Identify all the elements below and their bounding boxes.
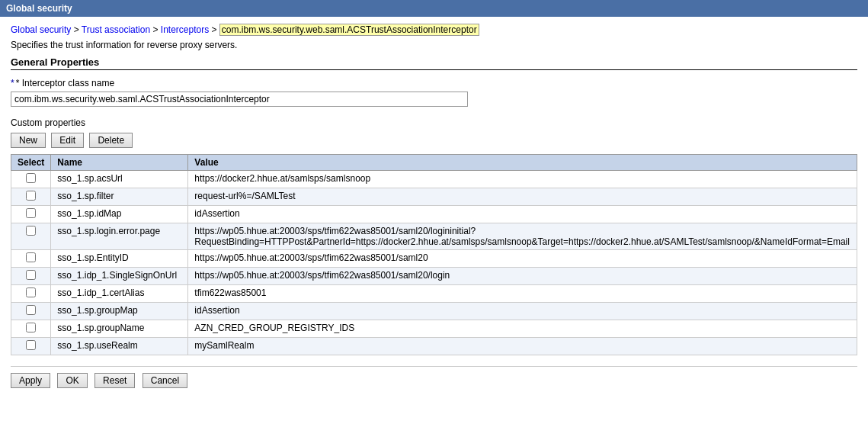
breadcrumb-interceptors[interactable]: Interceptors [161,24,209,35]
table-row: sso_1.sp.filterrequest-url%=/SAMLTest [11,188,857,206]
title-label: Global security [6,3,72,14]
row-checkbox[interactable] [26,191,36,201]
row-checkbox[interactable] [26,173,36,183]
custom-properties-label: Custom properties [11,117,857,128]
row-name-cell: sso_1.sp.acsUrl [51,171,188,188]
row-value-cell: idAssertion [188,303,857,320]
row-checkbox[interactable] [26,270,36,280]
row-select-cell [11,338,51,355]
row-select-cell [11,188,51,206]
row-select-cell [11,303,51,320]
row-checkbox[interactable] [26,252,36,262]
table-row: sso_1.sp.login.error.pagehttps://wp05.hh… [11,223,857,250]
row-name-cell: sso_1.sp.groupMap [51,303,188,320]
cancel-button[interactable]: Cancel [143,373,187,388]
edit-button[interactable]: Edit [51,133,84,148]
row-checkbox[interactable] [26,340,36,350]
breadcrumb-sep3: > [212,24,219,35]
delete-button[interactable]: Delete [89,133,133,148]
breadcrumb-sep1: > [74,24,82,35]
breadcrumb-sep2: > [152,24,160,35]
row-value-cell: mySamlRealm [188,338,857,355]
required-marker: * [11,78,14,88]
table-row: sso_1.idp_1.certAliastfim622was85001 [11,285,857,303]
row-value-cell: idAssertion [188,206,857,223]
col-header-name: Name [51,155,188,171]
bottom-buttons: Apply OK Reset Cancel [11,366,857,394]
row-value-cell: tfim622was85001 [188,285,857,303]
row-value-cell: https://wp05.hhue.at:20003/sps/tfim622wa… [188,250,857,268]
custom-props-button-group: New Edit Delete [11,133,857,148]
row-select-cell [11,171,51,188]
row-select-cell [11,285,51,303]
table-row: sso_1.idp_1.SingleSignOnUrlhttps://wp05.… [11,268,857,285]
row-name-cell: sso_1.sp.filter [51,188,188,206]
breadcrumb-trust-association[interactable]: Trust association [82,24,150,35]
new-button[interactable]: New [11,133,46,148]
row-select-cell [11,320,51,338]
row-value-cell: request-url%=/SAMLTest [188,188,857,206]
row-name-cell: sso_1.sp.idMap [51,206,188,223]
table-row: sso_1.sp.groupMapidAssertion [11,303,857,320]
row-checkbox[interactable] [26,287,36,297]
general-properties-header: General Properties [11,56,857,70]
breadcrumb: Global security > Trust association > In… [11,24,857,35]
row-select-cell [11,268,51,285]
col-header-select: Select [11,155,51,171]
breadcrumb-global-security[interactable]: Global security [11,24,71,35]
apply-button[interactable]: Apply [11,373,50,388]
interceptor-class-input[interactable] [11,92,468,107]
table-row: sso_1.sp.acsUrlhttps://docker2.hhue.at/s… [11,171,857,188]
row-value-cell: https://wp05.hhue.at:20003/sps/tfim622wa… [188,223,857,250]
row-name-cell: sso_1.sp.login.error.page [51,223,188,250]
row-value-cell: https://docker2.hhue.at/samlsps/samlsnoo… [188,171,857,188]
title-bar: Global security [0,0,868,17]
main-content: Global security > Trust association > In… [0,17,868,402]
interceptor-field-label: ** Interceptor class name [11,78,857,88]
row-name-cell: sso_1.sp.groupName [51,320,188,338]
col-header-value: Value [188,155,857,171]
breadcrumb-current: com.ibm.ws.security.web.saml.ACSTrustAss… [219,24,479,36]
props-table-body: sso_1.sp.acsUrlhttps://docker2.hhue.at/s… [11,171,857,355]
row-value-cell: https://wp05.hhue.at:20003/sps/tfim622wa… [188,268,857,285]
reset-button[interactable]: Reset [94,373,135,388]
row-name-cell: sso_1.sp.useRealm [51,338,188,355]
row-name-cell: sso_1.sp.EntityID [51,250,188,268]
row-name-cell: sso_1.idp_1.SingleSignOnUrl [51,268,188,285]
table-row: sso_1.sp.groupNameAZN_CRED_GROUP_REGISTR… [11,320,857,338]
table-row: sso_1.sp.idMapidAssertion [11,206,857,223]
row-select-cell [11,206,51,223]
row-value-cell: AZN_CRED_GROUP_REGISTRY_IDS [188,320,857,338]
table-row: sso_1.sp.EntityIDhttps://wp05.hhue.at:20… [11,250,857,268]
custom-properties-table: Select Name Value sso_1.sp.acsUrlhttps:/… [11,154,857,355]
table-row: sso_1.sp.useRealmmySamlRealm [11,338,857,355]
row-checkbox[interactable] [26,323,36,332]
row-checkbox[interactable] [26,208,36,218]
row-checkbox[interactable] [26,305,36,315]
ok-button[interactable]: OK [57,373,87,388]
row-name-cell: sso_1.idp_1.certAlias [51,285,188,303]
row-checkbox[interactable] [26,226,36,236]
row-select-cell [11,250,51,268]
row-select-cell [11,223,51,250]
description-text: Specifies the trust information for reve… [11,40,857,50]
custom-properties-section: Custom properties New Edit Delete Select… [11,117,857,355]
